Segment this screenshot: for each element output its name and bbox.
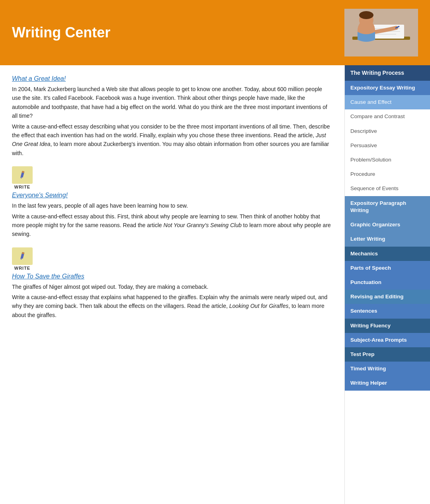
page-wrapper: Writing Center <box>0 0 430 504</box>
page-header: Writing Center <box>0 0 430 65</box>
sidebar-item-11[interactable]: Letter Writing <box>345 232 430 246</box>
article-paragraph-3-1: The giraffes of Niger almost got wiped o… <box>12 282 332 291</box>
pencil-icon-2 <box>17 251 27 261</box>
sidebar-item-7[interactable]: Procedure <box>345 167 430 181</box>
article-title-2[interactable]: Everyone's Sewing! <box>12 192 68 199</box>
sidebar-item-5[interactable]: Persuasive <box>345 138 430 153</box>
article-paragraph-1-2: Write a cause-and-effect essay describin… <box>12 122 332 158</box>
sidebar-item-12[interactable]: Mechanics <box>345 247 430 261</box>
write-label-2: WRITE <box>12 266 33 270</box>
article-section-2: Everyone's Sewing! In the last few years… <box>12 192 332 239</box>
sidebar-item-16[interactable]: Sentences <box>345 304 430 318</box>
sidebar-items-container: The Writing ProcessExpository Essay Writ… <box>345 65 430 391</box>
article-paragraph-2-2: Write a cause-and-effect essay about thi… <box>12 212 332 239</box>
sidebar: The Writing ProcessExpository Essay Writ… <box>344 65 430 504</box>
write-icon-bg-2 <box>12 247 33 265</box>
sidebar-item-10[interactable]: Graphic Organizers <box>345 218 430 232</box>
sidebar-item-15[interactable]: Revising and Editing <box>345 290 430 304</box>
sidebar-item-8[interactable]: Sequence of Events <box>345 181 430 196</box>
main-layout: What a Great Idea! In 2004, Mark Zuckerb… <box>0 65 430 504</box>
sidebar-item-20[interactable]: Timed Writing <box>345 362 430 376</box>
sidebar-item-1[interactable]: Expository Essay Writing <box>345 81 430 95</box>
article-title-1[interactable]: What a Great Idea! <box>12 75 66 82</box>
sidebar-item-4[interactable]: Descriptive <box>345 124 430 138</box>
article-paragraph-1-1: In 2004, Mark Zuckerberg launched a Web … <box>12 85 332 121</box>
sidebar-item-18[interactable]: Subject-Area Prompts <box>345 333 430 347</box>
sidebar-item-14[interactable]: Punctuation <box>345 275 430 290</box>
article-paragraph-2-1: In the last few years, people of all age… <box>12 201 332 210</box>
header-image <box>344 9 418 56</box>
article-title-3[interactable]: How To Save the Giraffes <box>12 273 84 280</box>
sidebar-item-13[interactable]: Parts of Speech <box>345 261 430 275</box>
sidebar-item-9[interactable]: Expository Paragraph Writing <box>345 196 430 218</box>
article-body-1: In 2004, Mark Zuckerberg launched a Web … <box>12 85 332 158</box>
article-section-3: How To Save the Giraffes The giraffes of… <box>12 273 332 320</box>
article-body-2: In the last few years, people of all age… <box>12 201 332 239</box>
sidebar-item-17[interactable]: Writing Fluency <box>345 319 430 333</box>
article-body-3: The giraffes of Niger almost got wiped o… <box>12 282 332 320</box>
svg-point-8 <box>359 11 373 19</box>
article-section-1: What a Great Idea! In 2004, Mark Zuckerb… <box>12 75 332 158</box>
page-title: Writing Center <box>12 24 110 41</box>
write-icon-bg-1 <box>12 166 33 184</box>
sidebar-item-0[interactable]: The Writing Process <box>345 65 430 81</box>
write-icon-block-2: WRITE <box>12 247 332 270</box>
article-paragraph-3-2: Write a cause-and-effect essay that expl… <box>12 293 332 319</box>
sidebar-item-21[interactable]: Writing Helper <box>345 376 430 390</box>
sidebar-item-6[interactable]: Problem/Solution <box>345 153 430 167</box>
content-area: What a Great Idea! In 2004, Mark Zuckerb… <box>0 65 344 340</box>
sidebar-item-19[interactable]: Test Prep <box>345 347 430 362</box>
write-label-1: WRITE <box>12 185 33 189</box>
sidebar-item-3[interactable]: Compare and Contrast <box>345 109 430 124</box>
pencil-icon-1 <box>17 170 27 180</box>
write-icon-block-1: WRITE <box>12 166 332 189</box>
sidebar-item-2[interactable]: Cause and Effect <box>345 95 430 109</box>
